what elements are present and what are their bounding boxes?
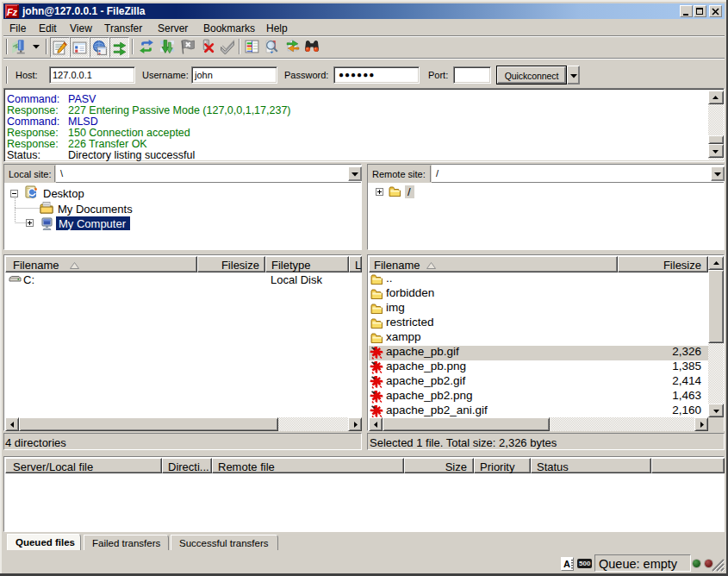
svg-text:Fz: Fz [7, 7, 18, 17]
